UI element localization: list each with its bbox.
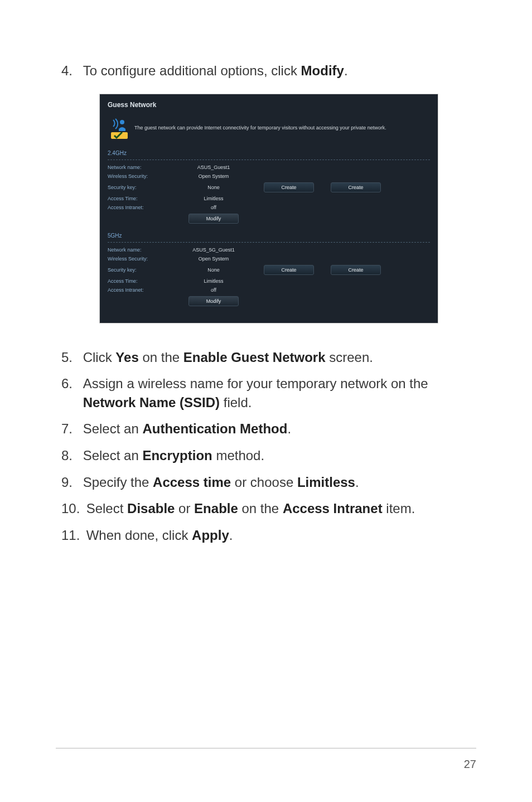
step-num: 6.	[61, 374, 79, 393]
create-button[interactable]: Create	[264, 265, 314, 275]
modify-button[interactable]: Modify	[188, 296, 239, 306]
value-wireless-security: Open System	[180, 173, 247, 179]
label-access-time: Access Time:	[108, 278, 180, 284]
step-text: To configure additional options, click	[83, 63, 301, 78]
value-network-name: ASUS_Guest1	[180, 165, 247, 170]
band-24ghz: 2.4GHz Network name: ASUS_Guest1 Wireles…	[108, 150, 430, 224]
panel-title: Guess Network	[108, 101, 430, 109]
step-10: 10. Select Disable or Enable on the Acce…	[61, 499, 476, 518]
router-panel: Guess Network The guest network can prov…	[99, 94, 438, 323]
step-8: 8. Select an Encryption method.	[61, 446, 476, 465]
step-num: 5.	[61, 348, 79, 367]
step-11: 11. When done, click Apply.	[61, 526, 476, 545]
label-security-key: Security key:	[108, 267, 180, 273]
label-wireless-security: Wireless Security:	[108, 173, 180, 179]
step-num: 11.	[61, 526, 83, 545]
divider	[108, 160, 430, 160]
step-9: 9. Specify the Access time or choose Lim…	[61, 473, 476, 492]
create-button[interactable]: Create	[264, 182, 314, 192]
page-number: 27	[464, 758, 476, 771]
value-access-intranet: off	[180, 287, 247, 293]
value-access-intranet: off	[180, 205, 247, 210]
svg-point-0	[120, 120, 124, 124]
footer-divider	[56, 748, 476, 748]
value-wireless-security: Open System	[180, 256, 247, 262]
guest-network-icon	[108, 117, 131, 140]
value-security-key: None	[180, 185, 247, 190]
value-security-key: None	[180, 267, 247, 273]
create-button[interactable]: Create	[331, 265, 381, 275]
value-access-time: Limitless	[180, 278, 247, 284]
label-access-intranet: Access Intranet:	[108, 287, 180, 293]
step-num: 10.	[61, 499, 83, 518]
label-network-name: Network name:	[108, 165, 180, 170]
modify-button[interactable]: Modify	[188, 214, 239, 224]
step-text-end: .	[344, 63, 348, 78]
step-num: 4.	[61, 61, 79, 80]
panel-header: The guest network can provide Internet c…	[108, 117, 430, 140]
step-6: 6. Assign a wireless name for your tempo…	[61, 374, 476, 412]
label-security-key: Security key:	[108, 185, 180, 190]
create-button[interactable]: Create	[331, 182, 381, 192]
step-num: 8.	[61, 446, 79, 465]
label-access-intranet: Access Intranet:	[108, 205, 180, 210]
label-network-name: Network name:	[108, 247, 180, 253]
value-access-time: Limitless	[180, 196, 247, 201]
step-7: 7. Select an Authentication Method.	[61, 419, 476, 438]
label-access-time: Access Time:	[108, 196, 180, 201]
value-network-name: ASUS_5G_Guest1	[180, 247, 247, 253]
divider	[108, 242, 430, 243]
step-5: 5. Click Yes on the Enable Guest Network…	[61, 348, 476, 367]
label-wireless-security: Wireless Security:	[108, 256, 180, 262]
band-5ghz: 5GHz Network name: ASUS_5G_Guest1 Wirele…	[108, 233, 430, 306]
step-4: 4. To configure additional options, clic…	[61, 61, 476, 80]
step-num: 7.	[61, 419, 79, 438]
step-num: 9.	[61, 473, 79, 492]
band-title-24: 2.4GHz	[108, 150, 430, 156]
step-bold: Modify	[301, 63, 344, 78]
panel-description: The guest network can provide Internet c…	[134, 125, 386, 132]
band-title-5: 5GHz	[108, 233, 430, 239]
